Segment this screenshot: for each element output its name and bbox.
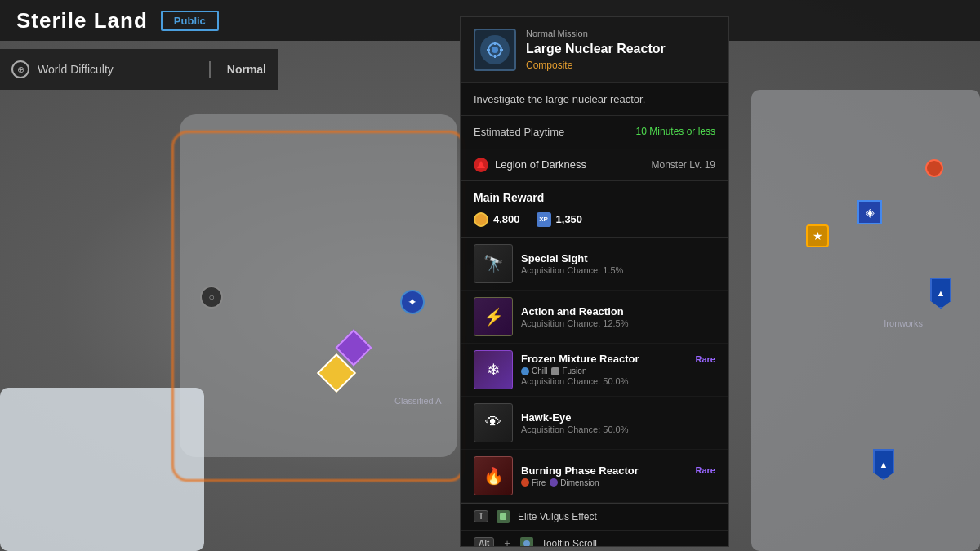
item-icon: ⚡ xyxy=(474,297,513,336)
tooltip-scroll-row: Alt + Tooltip Scroll xyxy=(461,531,728,547)
reward-section: Main Reward 4,800 XP 1,350 xyxy=(461,181,728,238)
mission-header: Normal Mission Large Nuclear Reactor Com… xyxy=(461,17,728,83)
item-name-row: Special Sight xyxy=(521,252,715,264)
elite-key: T xyxy=(474,510,488,522)
reward-items-list: 🔭 Special Sight Acquisition Chance: 1.5%… xyxy=(461,238,728,503)
mission-description: Investigate the large nuclear reactor. xyxy=(461,83,728,116)
terrain-right xyxy=(751,90,980,551)
gold-currency: 4,800 xyxy=(474,212,520,227)
item-icon: 🔭 xyxy=(474,244,513,283)
item-info: Burning Phase Reactor Rare FireDimension xyxy=(521,464,715,487)
map-marker-mission-circle[interactable]: ✦ xyxy=(400,290,425,314)
reward-item: 🔥 Burning Phase Reactor Rare FireDimensi… xyxy=(461,450,728,503)
fusion-tag-icon xyxy=(551,367,559,375)
reward-title: Main Reward xyxy=(474,191,715,204)
playtime-row: Estimated Playtime 10 Minutes or less xyxy=(461,116,728,149)
faction-row: Legion of Darkness Monster Lv. 19 xyxy=(461,149,728,181)
mission-tag: Composite xyxy=(526,60,715,71)
title-area: Sterile Land Public xyxy=(16,8,219,33)
difficulty-label: World Difficulty xyxy=(38,63,201,76)
item-chance: Acquisition Chance: 1.5% xyxy=(521,265,715,275)
svg-rect-7 xyxy=(500,513,506,520)
reward-currency-row: 4,800 XP 1,350 xyxy=(474,212,715,227)
reward-item: 👁 Hawk-Eye Acquisition Chance: 50.0% xyxy=(461,397,728,450)
chill-tag-icon xyxy=(521,367,529,375)
mission-icon xyxy=(480,35,510,64)
item-tags: FireDimension xyxy=(521,478,715,487)
mission-icon-box xyxy=(474,29,516,71)
map-marker-red-dot xyxy=(925,159,943,177)
item-name-row: Hawk-Eye xyxy=(521,411,715,424)
gold-coin-icon xyxy=(474,212,488,227)
map-title: Sterile Land xyxy=(16,8,148,33)
faction-name-text: Legion of Darkness xyxy=(495,158,586,171)
difficulty-icon: ⊕ xyxy=(11,60,29,78)
reward-item: ❄ Frozen Mixture Reactor Rare ChillFusio… xyxy=(461,344,728,397)
gold-amount: 4,800 xyxy=(493,213,520,225)
item-info: Frozen Mixture Reactor Rare ChillFusion … xyxy=(521,353,715,386)
item-icon: 🔥 xyxy=(474,456,513,495)
item-tag: Dimension xyxy=(550,478,599,487)
elite-text: Elite Vulgus Effect xyxy=(518,511,597,522)
item-name: Special Sight xyxy=(521,252,588,264)
public-badge-button[interactable]: Public xyxy=(161,11,219,31)
tooltip-scroll-icon xyxy=(520,537,533,547)
ironworks-label: Ironworks xyxy=(884,318,923,328)
xp-amount: 1,350 xyxy=(556,213,583,225)
item-name: Action and Reaction xyxy=(521,305,624,318)
map-marker-circle: ○ xyxy=(200,286,223,309)
reward-item: ⚡ Action and Reaction Acquisition Chance… xyxy=(461,291,728,344)
svg-marker-6 xyxy=(477,161,485,168)
playtime-label: Estimated Playtime xyxy=(474,126,564,138)
tooltip-key: Alt xyxy=(474,537,494,547)
map-marker-square-right: ◈ xyxy=(858,200,882,224)
item-name-row: Burning Phase Reactor Rare xyxy=(521,464,715,477)
mission-meta: Normal Mission Large Nuclear Reactor Com… xyxy=(526,29,715,70)
svg-point-1 xyxy=(492,47,498,53)
playtime-value: 10 Minutes or less xyxy=(636,126,715,139)
item-tag: Fire xyxy=(521,478,546,487)
item-rarity: Rare xyxy=(696,465,715,475)
svg-point-8 xyxy=(523,540,530,547)
elite-effect-row: T Elite Vulgus Effect xyxy=(461,504,728,531)
map-marker-orange: ★ xyxy=(806,224,829,247)
elite-icon xyxy=(497,510,510,523)
xp-badge-icon: XP xyxy=(537,212,551,227)
item-tags: ChillFusion xyxy=(521,367,715,375)
item-icon: 👁 xyxy=(474,403,513,442)
item-name: Frozen Mixture Reactor xyxy=(521,353,639,365)
item-chance: Acquisition Chance: 50.0% xyxy=(521,376,715,386)
item-rarity: Rare xyxy=(696,354,715,364)
faction-name: Legion of Darkness xyxy=(474,158,586,172)
item-name: Hawk-Eye xyxy=(521,411,571,424)
mission-name: Large Nuclear Reactor xyxy=(526,41,715,56)
item-chance: Acquisition Chance: 50.0% xyxy=(521,424,715,434)
item-name-row: Action and Reaction xyxy=(521,305,715,318)
item-icon: ❄ xyxy=(474,350,513,389)
monster-level: Monster Lv. 19 xyxy=(652,159,715,171)
mission-type: Normal Mission xyxy=(526,29,715,38)
classified-label: Classified A xyxy=(394,396,441,406)
item-info: Hawk-Eye Acquisition Chance: 50.0% xyxy=(521,411,715,434)
dimension-tag-icon xyxy=(550,478,558,487)
xp-currency: XP 1,350 xyxy=(537,212,583,227)
tooltip-text: Tooltip Scroll xyxy=(541,538,597,547)
item-info: Special Sight Acquisition Chance: 1.5% xyxy=(521,252,715,275)
difficulty-value: Normal xyxy=(219,63,266,76)
world-difficulty-bar: ⊕ World Difficulty Normal xyxy=(0,49,278,90)
item-name: Burning Phase Reactor xyxy=(521,464,639,477)
faction-icon xyxy=(474,158,488,172)
mission-panel: Normal Mission Large Nuclear Reactor Com… xyxy=(460,16,729,547)
item-tag: Chill xyxy=(521,367,547,375)
item-tag: Fusion xyxy=(551,367,586,375)
difficulty-divider xyxy=(209,61,211,78)
item-chance: Acquisition Chance: 12.5% xyxy=(521,318,715,328)
reward-item: 🔭 Special Sight Acquisition Chance: 1.5% xyxy=(461,238,728,291)
fire-tag-icon xyxy=(521,478,529,487)
item-name-row: Frozen Mixture Reactor Rare xyxy=(521,353,715,365)
bottom-bar: T Elite Vulgus Effect Alt + Tooltip Scro… xyxy=(461,503,728,547)
item-info: Action and Reaction Acquisition Chance: … xyxy=(521,305,715,328)
